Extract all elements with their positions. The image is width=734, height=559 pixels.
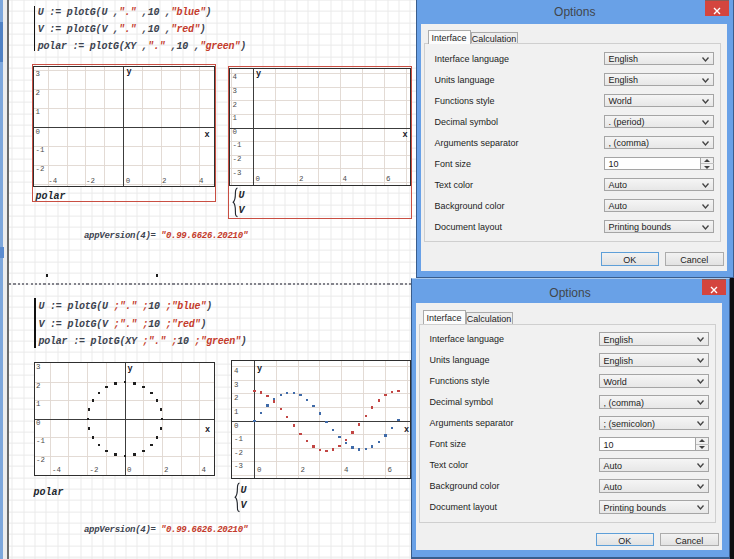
svg-text:2: 2 [299, 175, 303, 183]
svg-text:0: 0 [256, 175, 260, 183]
svg-text:2: 2 [234, 394, 238, 402]
svg-text:2: 2 [36, 382, 40, 390]
svg-text:y: y [257, 364, 262, 374]
svg-text:x: x [403, 130, 408, 140]
svg-text:-2: -2 [233, 155, 242, 163]
svg-text:-2: -2 [36, 456, 45, 464]
svg-text:4: 4 [233, 73, 238, 81]
svg-text:0: 0 [127, 466, 131, 474]
svg-text:0: 0 [36, 419, 40, 427]
svg-text:-1: -1 [233, 141, 242, 149]
svg-text:3: 3 [36, 70, 40, 78]
svg-text:-4: -4 [52, 466, 61, 474]
svg-text:x: x [404, 425, 409, 435]
svg-text:0: 0 [257, 466, 261, 474]
svg-text:-3: -3 [234, 462, 243, 470]
svg-text:-2: -2 [234, 449, 243, 457]
svg-text:1: 1 [36, 400, 41, 408]
svg-text:0: 0 [126, 177, 130, 185]
svg-text:2: 2 [164, 466, 168, 474]
svg-text:2: 2 [233, 101, 237, 109]
svg-text:0: 0 [36, 128, 40, 136]
svg-text:-1: -1 [36, 146, 45, 154]
svg-text:3: 3 [234, 381, 238, 389]
svg-text:0: 0 [233, 128, 237, 136]
svg-text:1: 1 [36, 108, 41, 116]
svg-text:-4: -4 [48, 177, 57, 185]
svg-text:-2: -2 [90, 466, 99, 474]
svg-text:1: 1 [233, 114, 238, 122]
svg-text:0: 0 [234, 422, 238, 430]
svg-text:y: y [256, 69, 261, 79]
svg-text:-3: -3 [233, 169, 242, 177]
svg-text:-1: -1 [36, 437, 45, 445]
svg-text:2: 2 [162, 177, 166, 185]
svg-text:6: 6 [386, 175, 390, 183]
svg-text:-2: -2 [86, 177, 95, 185]
svg-text:4: 4 [344, 466, 349, 474]
svg-text:1: 1 [234, 408, 239, 416]
svg-text:-1: -1 [234, 435, 243, 443]
svg-text:4: 4 [234, 367, 239, 375]
svg-text:x: x [205, 130, 210, 140]
svg-text:4: 4 [343, 175, 348, 183]
svg-text:y: y [128, 364, 133, 374]
svg-text:-2: -2 [36, 165, 45, 173]
svg-text:2: 2 [36, 89, 40, 97]
svg-text:6: 6 [388, 466, 392, 474]
svg-text:y: y [127, 67, 132, 77]
svg-text:4: 4 [202, 466, 207, 474]
svg-text:x: x [205, 425, 210, 435]
svg-text:2: 2 [301, 466, 305, 474]
svg-text:3: 3 [36, 363, 40, 371]
svg-text:3: 3 [233, 87, 237, 95]
svg-text:4: 4 [199, 177, 204, 185]
